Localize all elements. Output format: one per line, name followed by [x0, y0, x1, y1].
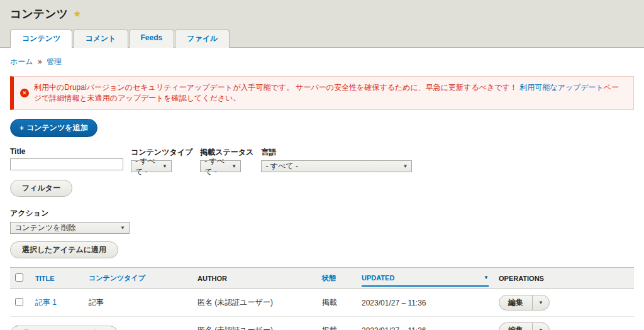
chevron-down-icon: ▼ [402, 163, 408, 169]
row-author: 匿名 (未認証ユーザー) [192, 289, 317, 317]
edit-button[interactable]: 編集 [499, 323, 532, 330]
row-content-type: 記事 [84, 289, 192, 317]
page-title: コンテンツ ★ [10, 6, 634, 21]
filter-row: Title コンテンツタイプ - すべて - ▼ 掲載ステータス - すべて -… [10, 147, 634, 172]
tab-comments[interactable]: コメント [73, 30, 128, 48]
row-checkbox[interactable] [15, 298, 23, 306]
plus-icon: + [19, 124, 24, 133]
tab-content[interactable]: コンテンツ [10, 30, 72, 48]
column-operations: OPERATIONS [494, 268, 634, 289]
chevron-down-icon: ▼ [162, 163, 167, 169]
tab-feeds[interactable]: Feeds [129, 30, 175, 48]
row-updated: 2023/01/27 – 11:36 [357, 289, 494, 317]
action-select[interactable]: コンテンツを削除 ▼ [10, 222, 130, 234]
content-type-select[interactable]: - すべて - ▼ [131, 160, 172, 172]
language-filter: 言語 - すべて - ▼ [261, 147, 412, 172]
bulk-actions: アクション コンテンツを削除 ▼ 選択したアイテムに適用 [10, 208, 634, 258]
publish-status-selected-value: - すべて - [204, 156, 226, 177]
publish-status-filter: 掲載ステータス - すべて - ▼ [200, 147, 253, 172]
caret-down-icon: ▼ [538, 327, 543, 330]
column-status[interactable]: 状態 [322, 274, 336, 282]
language-select[interactable]: - すべて - ▼ [261, 160, 412, 172]
apply-to-selected-button-bottom[interactable]: 選択したアイテムに適用 [10, 326, 118, 330]
content-type-selected-value: - すべて - [135, 156, 157, 177]
breadcrumb-admin-link[interactable]: 管理 [47, 57, 62, 66]
error-icon: ✕ [20, 89, 29, 97]
row-status: 掲載 [317, 317, 357, 330]
favorite-star-icon[interactable]: ★ [73, 8, 81, 19]
sort-desc-icon: ▼ [484, 275, 489, 280]
add-content-label: コンテンツを追加 [26, 123, 88, 133]
title-filter: Title [10, 147, 123, 172]
chevron-down-icon: ▼ [120, 225, 125, 231]
publish-status-select[interactable]: - すべて - ▼ [200, 160, 241, 172]
content-type-filter: コンテンツタイプ - すべて - ▼ [131, 147, 192, 172]
edit-split-button: 編集▼ [499, 322, 550, 330]
edit-button[interactable]: 編集 [499, 295, 532, 310]
column-type[interactable]: コンテンツタイプ [89, 274, 145, 282]
add-content-button[interactable]: + コンテンツを追加 [10, 119, 97, 137]
action-selected-value: コンテンツを削除 [14, 223, 76, 233]
row-updated: 2023/01/27 – 11:36 [357, 317, 494, 330]
filter-button[interactable]: フィルター [10, 180, 72, 197]
page-title-text: コンテンツ [10, 6, 68, 21]
error-text-before: 利用中のDrupalバージョンのセキュリティーアップデートが入手可能です。 サー… [34, 83, 519, 92]
chevron-down-icon: ▼ [231, 163, 236, 169]
edit-split-button: 編集▼ [499, 295, 550, 311]
column-updated-sort[interactable]: UPDATED ▼ [362, 274, 489, 287]
action-label: アクション [10, 208, 634, 219]
content-table: TITLE コンテンツタイプ AUTHOR 状態 UPDATED ▼ OPERA… [10, 267, 634, 330]
edit-dropdown-toggle[interactable]: ▼ [532, 295, 549, 310]
breadcrumb-separator: » [38, 57, 42, 66]
title-filter-label: Title [10, 147, 123, 156]
error-banner: ✕ 利用中のDrupalバージョンのセキュリティーアップデートが入手可能です。 … [10, 76, 634, 110]
tab-files[interactable]: ファイル [175, 30, 230, 48]
column-title[interactable]: TITLE [35, 275, 55, 282]
page-header: コンテンツ ★ コンテンツ コメント Feeds ファイル [0, 0, 644, 48]
column-updated[interactable]: UPDATED [362, 274, 394, 282]
error-message: 利用中のDrupalバージョンのセキュリティーアップデートが入手可能です。 サー… [34, 82, 626, 104]
select-all-checkbox[interactable] [15, 273, 23, 282]
row-status: 掲載 [317, 289, 357, 317]
caret-down-icon: ▼ [538, 300, 543, 305]
title-filter-input[interactable] [10, 158, 123, 170]
column-author: AUTHOR [192, 268, 317, 289]
apply-to-selected-button[interactable]: 選択したアイテムに適用 [10, 241, 118, 258]
breadcrumb-home-link[interactable]: ホーム [10, 57, 33, 66]
edit-dropdown-toggle[interactable]: ▼ [532, 323, 549, 330]
available-updates-link[interactable]: 利用可能なアップデート [519, 83, 604, 92]
table-row: 記事 1記事匿名 (未認証ユーザー)掲載2023/01/27 – 11:36編集… [10, 289, 634, 317]
language-selected-value: - すべて - [265, 161, 298, 172]
row-author: 匿名 (未認証ユーザー) [192, 317, 317, 330]
language-label: 言語 [261, 147, 412, 158]
main-content: ホーム » 管理 ✕ 利用中のDrupalバージョンのセキュリティーアップデート… [0, 48, 644, 330]
primary-tabs: コンテンツ コメント Feeds ファイル [10, 29, 634, 47]
breadcrumb: ホーム » 管理 [10, 57, 634, 67]
table-header-row: TITLE コンテンツタイプ AUTHOR 状態 UPDATED ▼ OPERA… [10, 268, 634, 289]
row-title-link[interactable]: 記事 1 [35, 298, 57, 307]
